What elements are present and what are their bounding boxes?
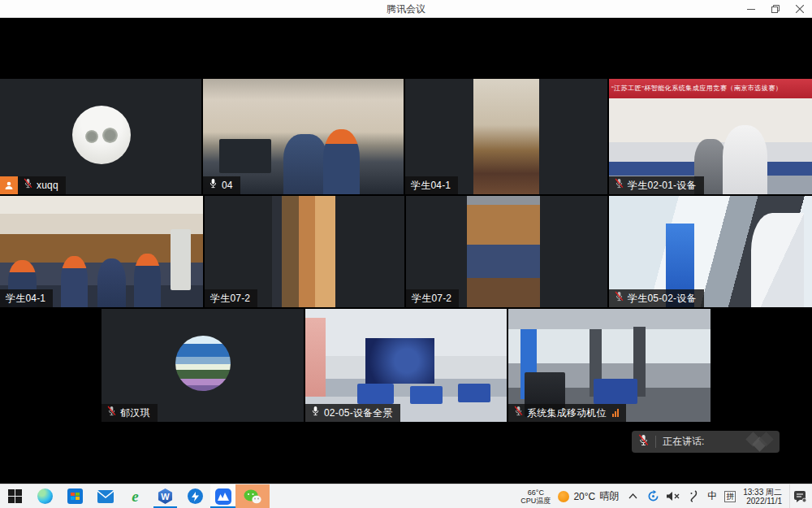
video-frame [458, 384, 490, 403]
competition-banner: “江苏工匠”杯智能化系统集成应用竞赛（南京市选拔赛） [609, 79, 812, 98]
taskbar-clock[interactable]: 13:33 周二 2022/11/1 [743, 488, 782, 506]
sun-icon [558, 491, 569, 502]
video-tile[interactable]: 郁汉琪 [102, 309, 304, 422]
participant-tag: 学生07-2 [406, 289, 459, 307]
mail-icon[interactable] [90, 484, 120, 508]
participant-tag: 郁汉琪 [102, 404, 158, 422]
ime-language-indicator[interactable]: 中 [707, 489, 717, 503]
participant-tag: 系统集成移动机位 [508, 404, 626, 422]
minimize-button[interactable] [739, 0, 763, 18]
ime-mode-indicator[interactable]: 拼 [724, 491, 736, 502]
cpu-temp-label: CPU温度 [520, 497, 551, 505]
window-title: 腾讯会议 [0, 0, 812, 18]
video-tile[interactable]: 学生05-02-设备 [609, 196, 812, 307]
participant-name: 系统集成移动机位 [527, 404, 607, 422]
edge-browser-icon[interactable] [30, 484, 60, 508]
close-button[interactable] [788, 0, 812, 18]
video-frame [171, 229, 191, 290]
mic-muted-icon[interactable] [638, 434, 649, 449]
participant-tag: 学生04-1 [0, 289, 53, 307]
weather-desc: 晴朗 [599, 489, 619, 503]
titlebar: 腾讯会议 [0, 0, 812, 18]
video-frame [473, 79, 539, 194]
tencent-meeting-taskbar-icon[interactable] [210, 484, 235, 508]
video-frame [272, 196, 335, 307]
action-center-icon[interactable] [789, 484, 810, 508]
video-tile[interactable]: 学生04-1 [0, 196, 203, 307]
participant-name: 学生07-2 [412, 289, 451, 307]
mic-on-icon [209, 176, 218, 194]
video-tile[interactable]: 系统集成移动机位 [508, 309, 710, 422]
video-frame [283, 134, 327, 194]
speaking-indicator: 正在讲话: [632, 431, 780, 453]
video-tile[interactable]: xuqq [0, 79, 201, 194]
weather-widget[interactable]: 20°C 晴朗 [558, 489, 619, 503]
video-frame [723, 125, 767, 194]
video-frame [323, 129, 359, 194]
video-grid: xuqq 04 学生04-1 “江苏工匠”杯智能化系统集成应 [0, 18, 812, 484]
participant-name: 学生04-1 [6, 289, 45, 307]
video-tile[interactable]: 学生04-1 [405, 79, 607, 194]
cpu-temp-value: 66°C [520, 488, 551, 497]
video-tile[interactable]: 02-05-设备全景 [305, 309, 507, 422]
divider [655, 436, 656, 448]
video-frame [61, 256, 88, 307]
avatar [175, 336, 231, 391]
video-tile[interactable]: 学生07-2 [406, 196, 607, 307]
lightning-app-icon[interactable] [180, 484, 210, 508]
participant-name: 04 [222, 176, 233, 194]
tray-expand-chevron-icon[interactable] [626, 488, 639, 506]
video-frame [305, 318, 326, 397]
watermark-logo [752, 434, 771, 449]
tencent-meeting-window: 腾讯会议 xuqq [0, 0, 812, 508]
microsoft-store-icon[interactable] [60, 484, 90, 508]
speaking-label: 正在讲话: [663, 435, 704, 449]
participant-tag: xuqq [0, 176, 66, 194]
restore-button[interactable] [763, 0, 788, 18]
video-frame [365, 338, 434, 384]
wps-office-icon[interactable]: W [150, 484, 180, 508]
participant-name: 学生02-01-设备 [628, 176, 697, 194]
mic-muted-icon [24, 176, 32, 194]
video-frame [97, 258, 126, 307]
participant-name: 学生07-2 [210, 289, 250, 307]
participant-tag: 学生07-2 [205, 289, 257, 307]
video-frame [594, 379, 638, 404]
participant-name: 02-05-设备全景 [324, 404, 393, 422]
system-tray: 66°C CPU温度 20°C 晴朗 中 拼 13:3 [520, 484, 812, 508]
volume-muted-icon[interactable] [667, 488, 680, 506]
video-tile[interactable]: 04 [203, 79, 404, 194]
sync-tray-icon[interactable] [646, 488, 659, 506]
participant-tag: 学生02-01-设备 [609, 176, 704, 194]
participant-tag: 学生05-02-设备 [609, 289, 704, 307]
participant-name: xuqq [37, 176, 58, 194]
cpu-temp-widget[interactable]: 66°C CPU温度 [520, 488, 551, 505]
video-frame [357, 384, 394, 404]
mic-muted-icon [107, 404, 116, 422]
network-signal-icon [612, 409, 619, 417]
participant-tag: 学生04-1 [405, 176, 458, 194]
wechat-taskbar-icon[interactable] [235, 484, 270, 508]
mic-muted-icon [514, 404, 523, 422]
clock-date: 2022/11/1 [743, 497, 782, 506]
clock-time: 13:33 周二 [743, 488, 782, 497]
video-frame [134, 254, 161, 307]
video-frame [751, 213, 804, 307]
video-frame [410, 386, 443, 404]
mic-muted-icon [615, 176, 624, 194]
video-tile[interactable]: “江苏工匠”杯智能化系统集成应用竞赛（南京市选拔赛） 学生02-01-设备 [609, 79, 812, 194]
mic-on-icon [311, 404, 320, 422]
mic-muted-icon [615, 289, 624, 307]
participant-name: 郁汉琪 [120, 404, 150, 422]
remote-hook-tray-icon[interactable] [687, 488, 700, 506]
internet-explorer-icon[interactable]: e [120, 484, 150, 508]
avatar [72, 106, 131, 164]
video-tile[interactable]: 学生07-2 [205, 196, 404, 307]
participant-badge-icon [0, 176, 18, 194]
weather-temp: 20°C [573, 491, 595, 502]
video-frame [467, 196, 540, 307]
start-button[interactable] [0, 484, 30, 508]
participant-tag: 02-05-设备全景 [305, 404, 400, 422]
participant-tag: 04 [203, 176, 240, 194]
video-frame [219, 139, 271, 174]
